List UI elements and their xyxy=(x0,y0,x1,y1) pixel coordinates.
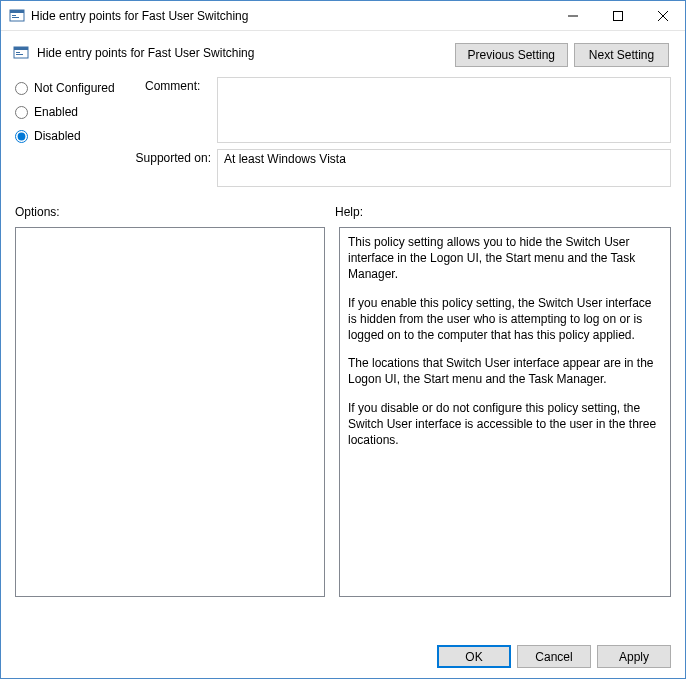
panels: This policy setting allows you to hide t… xyxy=(1,219,685,635)
help-paragraph: This policy setting allows you to hide t… xyxy=(348,234,662,283)
radio-not-configured-label: Not Configured xyxy=(34,81,115,95)
state-radio-group: Not Configured Enabled Disabled xyxy=(15,77,135,193)
svg-rect-2 xyxy=(12,15,16,16)
radio-not-configured-input[interactable] xyxy=(15,82,28,95)
options-label: Options: xyxy=(15,205,335,219)
previous-setting-button[interactable]: Previous Setting xyxy=(455,43,568,67)
next-setting-button[interactable]: Next Setting xyxy=(574,43,669,67)
comment-label: Comment: xyxy=(145,77,217,143)
radio-enabled[interactable]: Enabled xyxy=(15,105,135,119)
minimize-button[interactable] xyxy=(550,1,595,30)
help-label: Help: xyxy=(335,205,671,219)
svg-rect-5 xyxy=(613,11,622,20)
radio-disabled-label: Disabled xyxy=(34,129,81,143)
help-paragraph: If you disable or do not configure this … xyxy=(348,400,662,449)
footer: OK Cancel Apply xyxy=(1,635,685,678)
radio-disabled[interactable]: Disabled xyxy=(15,129,135,143)
supported-on-label: Supported on: xyxy=(131,149,217,187)
svg-rect-9 xyxy=(14,47,28,50)
svg-rect-10 xyxy=(16,52,20,53)
cancel-button[interactable]: Cancel xyxy=(517,645,591,668)
close-button[interactable] xyxy=(640,1,685,30)
policy-title: Hide entry points for Fast User Switchin… xyxy=(37,46,455,60)
policy-icon xyxy=(13,45,29,61)
svg-rect-3 xyxy=(12,17,19,18)
apply-button[interactable]: Apply xyxy=(597,645,671,668)
window-controls xyxy=(550,1,685,30)
help-paragraph: The locations that Switch User interface… xyxy=(348,355,662,387)
help-paragraph: If you enable this policy setting, the S… xyxy=(348,295,662,344)
titlebar: Hide entry points for Fast User Switchin… xyxy=(1,1,685,31)
header-row: Hide entry points for Fast User Switchin… xyxy=(1,31,685,67)
comment-input[interactable] xyxy=(217,77,671,143)
help-panel: This policy setting allows you to hide t… xyxy=(339,227,671,597)
ok-button[interactable]: OK xyxy=(437,645,511,668)
policy-editor-window: Hide entry points for Fast User Switchin… xyxy=(0,0,686,679)
window-icon xyxy=(9,8,25,24)
options-panel xyxy=(15,227,325,597)
panel-labels: Options: Help: xyxy=(1,193,685,219)
config-area: Not Configured Enabled Disabled Comment: xyxy=(1,67,685,193)
svg-rect-1 xyxy=(10,10,24,13)
supported-on-value: At least Windows Vista xyxy=(217,149,671,187)
svg-rect-11 xyxy=(16,54,23,55)
window-title: Hide entry points for Fast User Switchin… xyxy=(31,9,550,23)
radio-not-configured[interactable]: Not Configured xyxy=(15,81,135,95)
radio-enabled-label: Enabled xyxy=(34,105,78,119)
maximize-button[interactable] xyxy=(595,1,640,30)
radio-disabled-input[interactable] xyxy=(15,130,28,143)
radio-enabled-input[interactable] xyxy=(15,106,28,119)
nav-buttons: Previous Setting Next Setting xyxy=(455,43,669,67)
